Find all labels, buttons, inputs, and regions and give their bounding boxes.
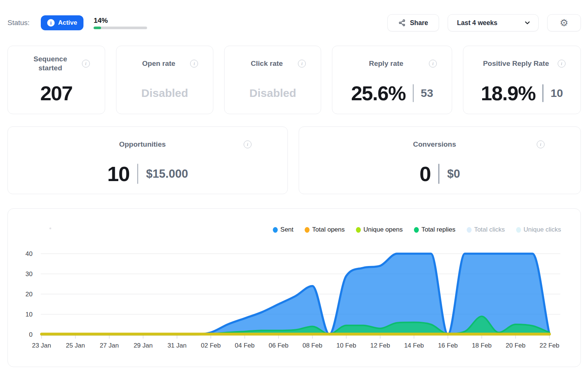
date-range-dropdown[interactable]: Last 4 weeks (448, 14, 539, 31)
campaign-analytics-page: Status: i Active 14% Share Last 4 weeks (0, 14, 588, 367)
opportunities-card: Opportunities i 10 $15.000 (7, 126, 288, 194)
x-axis-label: 29 Jan (134, 342, 153, 349)
card-title: Open rate (116, 59, 213, 68)
wide-card-row: Opportunities i 10 $15.000 Conversions i… (7, 126, 581, 194)
card-disabled-value: Disabled (249, 87, 296, 100)
card-value: 10 (107, 162, 130, 186)
value-separator (413, 84, 414, 102)
info-icon: i (47, 19, 55, 27)
x-axis-label: 23 Jan (32, 342, 51, 349)
card-secondary-value: 53 (421, 87, 433, 100)
stat-card-row: Sequence started i 207 Open rate i Disab… (7, 46, 581, 114)
x-axis-label: 27 Jan (100, 342, 119, 349)
x-axis-label: 31 Jan (167, 342, 186, 349)
y-axis-label: 10 (25, 311, 33, 318)
x-axis-label: 12 Feb (370, 342, 390, 349)
info-icon[interactable]: i (244, 141, 252, 149)
y-axis-label: 0 (29, 331, 33, 338)
progress-percent: 14% (94, 16, 147, 25)
info-icon[interactable]: i (429, 60, 437, 68)
card-value: 207 (40, 82, 73, 105)
legend-dot (467, 227, 472, 233)
legend-item-sent[interactable]: Sent (273, 226, 293, 233)
status-label: Status: (7, 19, 30, 27)
card-title: Sequence started (8, 55, 105, 73)
y-axis-label: 40 (25, 250, 33, 257)
legend-dot (356, 227, 361, 233)
card-disabled-value: Disabled (141, 87, 188, 100)
card-value: 0 (420, 162, 431, 186)
stat-card-positive-reply-rate: Positive Reply Rate i 18.9% 10 (463, 46, 581, 114)
legend-item-total-clicks[interactable]: Total clicks (467, 226, 505, 233)
info-icon[interactable]: i (190, 60, 198, 68)
info-icon[interactable]: i (82, 60, 90, 68)
card-secondary-value: $15.000 (146, 167, 188, 180)
legend-label: Total clicks (474, 226, 505, 233)
x-axis-label: 25 Jan (66, 342, 85, 349)
card-secondary-value: 10 (551, 87, 563, 100)
legend-item-total-replies[interactable]: Total replies (414, 226, 456, 233)
legend-label: Total replies (421, 226, 456, 233)
x-axis-label: 22 Feb (540, 342, 560, 349)
progress-block: 14% (94, 16, 147, 29)
card-value: 25.6% (351, 82, 406, 105)
status-active-button[interactable]: i Active (41, 15, 83, 30)
stat-card-click-rate: Click rate i Disabled (224, 46, 321, 114)
conversions-card: Conversions i 0 $0 (299, 126, 581, 194)
y-axis-label: 20 (25, 291, 33, 298)
x-axis-label: 06 Feb (269, 342, 289, 349)
gear-icon: ⚙︎ (560, 18, 568, 28)
card-value: 18.9% (481, 82, 536, 105)
legend-item-unique-clicks[interactable]: Unique clicks (516, 226, 561, 233)
legend-label: Unique clicks (524, 226, 561, 233)
x-axis-label: 14 Feb (404, 342, 424, 349)
share-label: Share (410, 19, 428, 27)
settings-button[interactable]: ⚙︎ (547, 14, 581, 31)
x-axis-label: 04 Feb (235, 342, 255, 349)
value-separator (438, 163, 439, 184)
topbar: Status: i Active 14% Share Last 4 weeks (7, 14, 581, 31)
card-title: Click rate (225, 59, 321, 68)
info-icon[interactable]: i (558, 60, 566, 68)
info-icon[interactable]: i (537, 141, 545, 149)
topbar-actions: Share Last 4 weeks ⚙︎ (387, 14, 581, 31)
x-axis-label: 02 Feb (201, 342, 221, 349)
x-axis-label: 18 Feb (472, 342, 492, 349)
chevron-down-icon (524, 19, 531, 26)
y-axis-label: 30 (25, 270, 33, 278)
share-button[interactable]: Share (387, 14, 439, 31)
card-secondary-value: $0 (447, 167, 460, 180)
value-separator (137, 163, 138, 184)
legend-label: Total opens (312, 226, 345, 233)
legend-dot (414, 227, 419, 233)
progress-fill (94, 27, 101, 29)
analytics-chart-card: SentTotal opensUnique opensTotal replies… (7, 208, 581, 367)
x-axis-label: 08 Feb (302, 342, 322, 349)
stat-card-sequence-started: Sequence started i 207 (7, 46, 105, 114)
legend-dot (516, 227, 521, 233)
share-icon (398, 19, 406, 27)
legend-item-unique-opens[interactable]: Unique opens (356, 226, 403, 233)
chart-legend: SentTotal opensUnique opensTotal replies… (273, 226, 561, 233)
x-axis-label: 16 Feb (438, 342, 458, 349)
legend-label: Unique opens (363, 226, 403, 233)
status-value: Active (58, 19, 77, 27)
legend-dot (273, 227, 278, 233)
info-icon[interactable]: i (298, 60, 306, 68)
progress-bar (94, 27, 147, 29)
x-axis-label: 20 Feb (506, 342, 525, 349)
stat-card-reply-rate: Reply rate i 25.6% 53 (332, 46, 452, 114)
legend-label: Sent (280, 226, 293, 233)
legend-dot (305, 227, 310, 233)
date-range-value: Last 4 weeks (457, 19, 497, 27)
stat-card-open-rate: Open rate i Disabled (116, 46, 214, 114)
x-axis-label: 10 Feb (336, 342, 356, 349)
legend-item-total-opens[interactable]: Total opens (305, 226, 345, 233)
value-separator (542, 84, 543, 102)
